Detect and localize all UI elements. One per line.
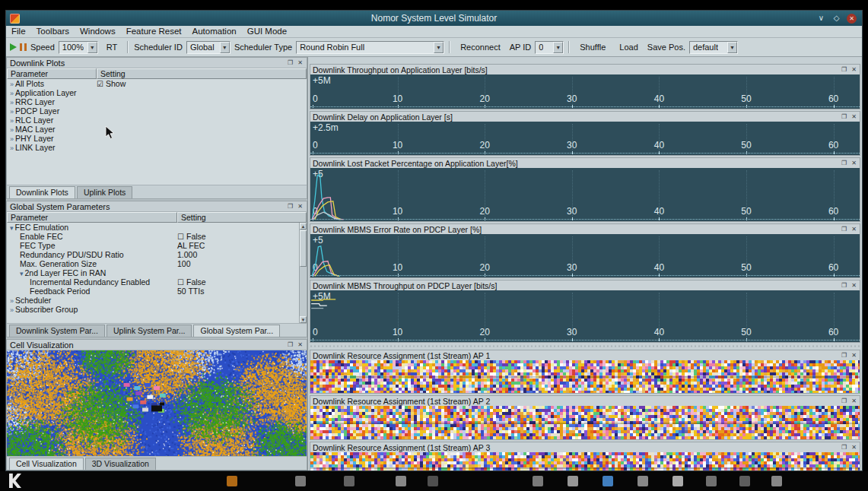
- expander-icon[interactable]: »: [10, 99, 14, 106]
- close-icon[interactable]: ✕: [851, 351, 857, 360]
- chevron-down-icon[interactable]: ▾: [87, 42, 97, 53]
- table-row[interactable]: »Scheduler: [7, 296, 307, 305]
- close-icon[interactable]: ✕: [851, 225, 857, 234]
- menu-windows[interactable]: Windows: [75, 26, 121, 37]
- plot-header[interactable]: Downlink MBMS Throughput on PDCP Layer […: [310, 280, 860, 290]
- chevron-down-icon[interactable]: ▾: [727, 42, 737, 53]
- table-row[interactable]: Feedback Period50 TTIs: [7, 287, 307, 296]
- pause-icon[interactable]: [20, 43, 27, 51]
- save-pos-select[interactable]: default ▾: [689, 41, 738, 54]
- table-row[interactable]: Redundancy PDU/SDU Ratio1.000: [7, 250, 307, 259]
- expander-icon[interactable]: »: [10, 90, 14, 97]
- plot-header[interactable]: Downlink MBMS Error Rate on PDCP Layer […: [310, 224, 860, 234]
- menu-toolbars[interactable]: Toolbars: [31, 26, 75, 37]
- column-header-parameter[interactable]: Parameter: [7, 212, 177, 223]
- menu-feature-reset[interactable]: Feature Reset: [121, 26, 187, 37]
- taskbar-icon[interactable]: [533, 476, 543, 486]
- float-icon[interactable]: ❐: [841, 225, 847, 234]
- scheduler-id-select[interactable]: Global ▾: [186, 41, 231, 54]
- expander-icon[interactable]: »: [10, 144, 14, 152]
- close-icon[interactable]: ✕: [297, 59, 304, 68]
- close-icon[interactable]: ✕: [847, 14, 857, 24]
- expander-icon[interactable]: »: [10, 117, 14, 125]
- chevron-down-icon[interactable]: ▾: [434, 42, 444, 53]
- float-icon[interactable]: ❐: [841, 443, 847, 452]
- taskbar-icon[interactable]: [428, 476, 438, 486]
- plot-header[interactable]: Downlink Resource Assignment (1st Stream…: [310, 350, 860, 360]
- menu-gui-mode[interactable]: GUI Mode: [242, 26, 292, 37]
- taskbar-icon[interactable]: [672, 476, 683, 486]
- ap-id-select[interactable]: 0 ▾: [535, 41, 564, 54]
- checkbox[interactable]: ☐: [177, 278, 184, 287]
- tab-cell-visualization[interactable]: Cell Visualization: [9, 458, 84, 470]
- expander-icon[interactable]: »: [10, 297, 14, 305]
- expander-icon[interactable]: »: [10, 81, 14, 88]
- float-icon[interactable]: ❐: [287, 59, 294, 68]
- table-row[interactable]: »Application Layer: [7, 88, 307, 97]
- rt-button[interactable]: RT: [101, 42, 122, 52]
- float-icon[interactable]: ❐: [841, 65, 847, 74]
- expander-icon[interactable]: »: [10, 135, 14, 143]
- table-row[interactable]: »PHY Layer: [7, 134, 307, 143]
- expander-icon[interactable]: »: [10, 306, 14, 314]
- taskbar-icon[interactable]: [603, 476, 613, 486]
- chevron-down-icon[interactable]: ▾: [220, 42, 230, 53]
- tab-3d-visualization[interactable]: 3D Visualization: [85, 458, 156, 470]
- table-row[interactable]: Incremental Redundancy Enabled☐False: [7, 277, 307, 287]
- tab-downlink-plots[interactable]: Downlink Plots: [9, 186, 75, 198]
- close-icon[interactable]: ✕: [851, 159, 857, 168]
- table-row[interactable]: »RLC Layer: [7, 116, 307, 125]
- global-params-dock-header[interactable]: Global System Parameters ❐ ✕: [7, 201, 307, 212]
- float-icon[interactable]: ❐: [841, 159, 847, 168]
- scroll-up-icon[interactable]: ▲: [300, 223, 307, 230]
- plot-header[interactable]: Downlink Lost Packet Percentage on Appli…: [310, 158, 860, 168]
- tab-downlink-system-par[interactable]: Downlink System Par...: [9, 325, 105, 337]
- close-icon[interactable]: ✕: [297, 202, 304, 211]
- column-header-setting[interactable]: Setting: [177, 212, 307, 223]
- taskbar-icon[interactable]: [739, 476, 750, 486]
- plot-header[interactable]: Downlink Throughput on Application Layer…: [310, 65, 860, 74]
- plot-header[interactable]: Downlink Resource Assignment (1st Stream…: [310, 396, 860, 406]
- float-icon[interactable]: ❐: [841, 397, 847, 406]
- close-icon[interactable]: ✕: [851, 443, 857, 452]
- checkbox[interactable]: ☑: [97, 80, 103, 88]
- close-icon[interactable]: ✕: [851, 281, 857, 290]
- tab-uplink-plots[interactable]: Uplink Plots: [77, 186, 132, 198]
- expander-icon[interactable]: ▾: [10, 224, 14, 232]
- float-icon[interactable]: ❐: [841, 281, 847, 290]
- scrollbar-thumb[interactable]: [300, 230, 307, 267]
- plot-header[interactable]: Downlink Delay on Application Layer [s] …: [310, 112, 860, 122]
- chevron-down-icon[interactable]: ▾: [553, 42, 563, 53]
- table-row[interactable]: »RRC Layer: [7, 97, 307, 106]
- column-header-setting[interactable]: Setting: [97, 68, 307, 79]
- column-header-parameter[interactable]: Parameter: [7, 68, 97, 79]
- maximize-icon[interactable]: ◇: [831, 14, 841, 24]
- expander-icon[interactable]: »: [10, 126, 14, 134]
- close-icon[interactable]: ✕: [851, 65, 857, 74]
- shuffle-button[interactable]: Shuffle: [574, 42, 611, 52]
- table-row[interactable]: Enable FEC☐False: [7, 232, 307, 241]
- cell-viz-dock-header[interactable]: Cell Visualization ❐ ✕: [7, 340, 307, 350]
- table-row[interactable]: »MAC Layer: [7, 125, 307, 134]
- table-row[interactable]: ▾2nd Layer FEC in RAN: [7, 268, 307, 277]
- taskbar-icon[interactable]: [706, 476, 717, 486]
- expander-icon[interactable]: ▾: [20, 270, 24, 277]
- taskbar-icon[interactable]: [227, 476, 237, 486]
- float-icon[interactable]: ❐: [287, 202, 294, 211]
- expander-icon[interactable]: »: [10, 108, 14, 116]
- minimize-icon[interactable]: ∨: [816, 14, 826, 24]
- close-icon[interactable]: ✕: [851, 112, 857, 122]
- table-row[interactable]: FEC TypeAL FEC: [7, 241, 307, 250]
- downlink-plots-dock-header[interactable]: Downlink Plots ❐ ✕: [7, 58, 307, 68]
- checkbox[interactable]: ☐: [177, 233, 184, 241]
- splitter-handle[interactable]: [310, 344, 860, 348]
- taskbar-icon[interactable]: [396, 476, 406, 486]
- close-icon[interactable]: ✕: [297, 341, 304, 350]
- taskbar-icon[interactable]: [295, 476, 306, 486]
- scrollbar[interactable]: ▲ ▼: [299, 223, 307, 323]
- tab-global-system-par[interactable]: Global System Par...: [193, 325, 280, 337]
- tab-uplink-system-par[interactable]: Uplink System Par...: [107, 325, 192, 337]
- cell-visualization-canvas[interactable]: [7, 350, 307, 456]
- scheduler-type-select[interactable]: Round Robin Full ▾: [296, 41, 444, 54]
- taskbar-k-logo-icon[interactable]: [9, 474, 21, 488]
